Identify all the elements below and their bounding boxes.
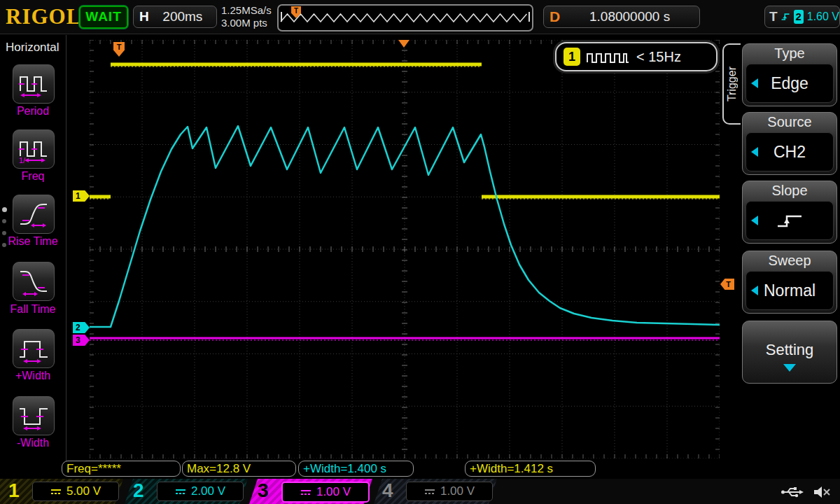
minus-width-icon: [18, 401, 49, 430]
channel-3-number: 3: [258, 479, 269, 502]
channel-4-block[interactable]: 4 1.00 V: [374, 479, 497, 504]
rise-time-label: Rise Time: [0, 235, 66, 248]
ch3-position-tag[interactable]: 3: [73, 335, 90, 346]
measure-rise-time-button[interactable]: [13, 195, 55, 234]
channel-3-scale: 1.00 V: [316, 485, 351, 499]
rise-time-icon: [18, 200, 49, 229]
channel-3-block[interactable]: 3 1.00 V: [249, 479, 372, 504]
setting-header: Setting: [743, 341, 836, 359]
menu-page-dot: [2, 243, 6, 247]
preview-window-right: [528, 12, 530, 22]
trigger-slope-button[interactable]: Slope: [742, 181, 837, 244]
measure-freq-button[interactable]: 1/: [13, 130, 55, 169]
trigger-sweep-button[interactable]: Sweep Normal: [742, 251, 837, 314]
channel-1-scale: 5.00 V: [66, 484, 101, 498]
counter-channel-badge: 1: [564, 48, 580, 66]
trigger-level-marker[interactable]: T: [720, 279, 734, 290]
channel-4-scale: 1.00 V: [440, 484, 475, 498]
menu-page-dot: [2, 231, 6, 235]
svg-text:1/: 1/: [19, 156, 26, 164]
channel-2-block[interactable]: 2 2.00 V: [125, 479, 248, 504]
trigger-type-button[interactable]: Type Edge: [742, 43, 837, 106]
acquisition-status: WAIT: [79, 6, 128, 29]
menu-page-dot: [2, 219, 6, 223]
preview-window-left: [281, 12, 282, 22]
measure-period-button[interactable]: [13, 64, 55, 104]
sample-rate: 1.25MSa/s: [221, 4, 272, 17]
screen-center-marker[interactable]: [398, 40, 410, 48]
fall-time-label: Fall Time: [0, 303, 66, 316]
left-arrow-icon: [751, 216, 758, 225]
freq-label: Freq: [0, 170, 66, 183]
measurement-pwidth-ch2[interactable]: +Width=1.400 s: [298, 461, 414, 477]
trigger-tab-label: Trigger: [726, 66, 738, 102]
plus-width-icon: [18, 334, 49, 363]
delay-box[interactable]: D 1.08000000 s: [543, 6, 700, 28]
channel-2-scale: 2.00 V: [191, 484, 225, 498]
plus-width-label: +Width: [0, 370, 66, 382]
square-wave-icon: [586, 48, 629, 65]
trigger-source-button[interactable]: Source CH2: [742, 112, 837, 175]
trigger-level-value: 1.60 V: [807, 10, 839, 23]
ch2-position-tag[interactable]: 2: [73, 322, 90, 333]
trigger-status-box[interactable]: T 2 1.60 V: [764, 6, 840, 28]
trigger-setting-button[interactable]: Setting: [742, 321, 837, 384]
dc-coupling-icon: [300, 489, 312, 496]
channel-1-block[interactable]: 1 5.00 V: [0, 479, 123, 504]
measurement-pwidth-ch1[interactable]: +Width=1.412 s: [465, 461, 596, 477]
measure-nwidth-button[interactable]: [13, 396, 55, 435]
trace-ch2: [90, 126, 720, 327]
graticule: [90, 40, 720, 458]
left-arrow-icon: [751, 286, 758, 295]
sweep-header: Sweep: [743, 253, 836, 269]
channel-1-number: 1: [8, 479, 20, 502]
fall-time-icon: [18, 267, 49, 296]
channel-4-number: 4: [382, 479, 393, 502]
oscilloscope-screen: RIGOL WAIT H 200ms 1.25MSa/s 3.00M pts T…: [0, 0, 840, 504]
trigger-sweep-value: Normal: [764, 281, 816, 300]
horizontal-scale-box[interactable]: H 200ms: [133, 6, 217, 28]
dc-coupling-icon: [50, 488, 62, 495]
memory-depth: 3.00M pts: [221, 17, 272, 29]
measurement-max[interactable]: Max=12.8 V: [182, 461, 296, 477]
d-label: D: [550, 8, 560, 25]
down-arrow-icon: [783, 364, 796, 372]
rising-edge-icon: [774, 210, 806, 231]
trigger-source-value: CH2: [774, 143, 806, 162]
usb-device-icon: [780, 485, 804, 499]
trigger-type-value: Edge: [771, 74, 808, 93]
t-label: T: [769, 9, 778, 24]
horizontal-measure-menu: Horizontal Period 1/ Freq: [0, 35, 66, 476]
channel-2-number: 2: [133, 479, 144, 502]
menu-page-dot: [2, 207, 7, 212]
measure-fall-time-button[interactable]: [13, 262, 55, 301]
preview-wave: [279, 6, 529, 27]
period-icon: [18, 69, 49, 99]
slope-header: Slope: [743, 183, 836, 199]
h-label: H: [139, 9, 149, 24]
channel-status-bar: 1 5.00 V 2 2.00 V 3: [0, 479, 840, 504]
source-header: Source: [743, 114, 836, 130]
freq-icon: 1/: [18, 134, 49, 164]
rising-edge-icon: [780, 10, 790, 24]
counter-frequency-value: < 15Hz: [636, 49, 681, 65]
ch1-position-tag[interactable]: 1: [73, 190, 90, 202]
frequency-counter-popup: 1 < 15Hz: [555, 42, 718, 71]
waveform-preview[interactable]: T: [277, 4, 533, 31]
measure-pwidth-button[interactable]: [13, 329, 55, 368]
timebase-value: 200ms: [149, 9, 216, 24]
dc-coupling-icon: [424, 488, 435, 495]
measurement-freq[interactable]: Freq=*****: [62, 461, 181, 477]
left-menu-title: Horizontal: [6, 41, 59, 55]
delay-value: 1.08000000 s: [560, 9, 699, 24]
dc-coupling-icon: [175, 488, 186, 495]
left-arrow-icon: [751, 147, 758, 157]
trigger-source-badge: 2: [794, 10, 804, 24]
type-header: Type: [743, 46, 836, 62]
top-status-bar: RIGOL WAIT H 200ms 1.25MSa/s 3.00M pts T…: [0, 0, 840, 34]
rigol-logo: RIGOL: [6, 4, 81, 29]
left-arrow-icon: [751, 78, 758, 88]
trigger-menu-tab: Trigger: [722, 43, 741, 125]
minus-width-label: -Width: [0, 437, 66, 449]
speaker-muted-icon: [813, 484, 831, 500]
